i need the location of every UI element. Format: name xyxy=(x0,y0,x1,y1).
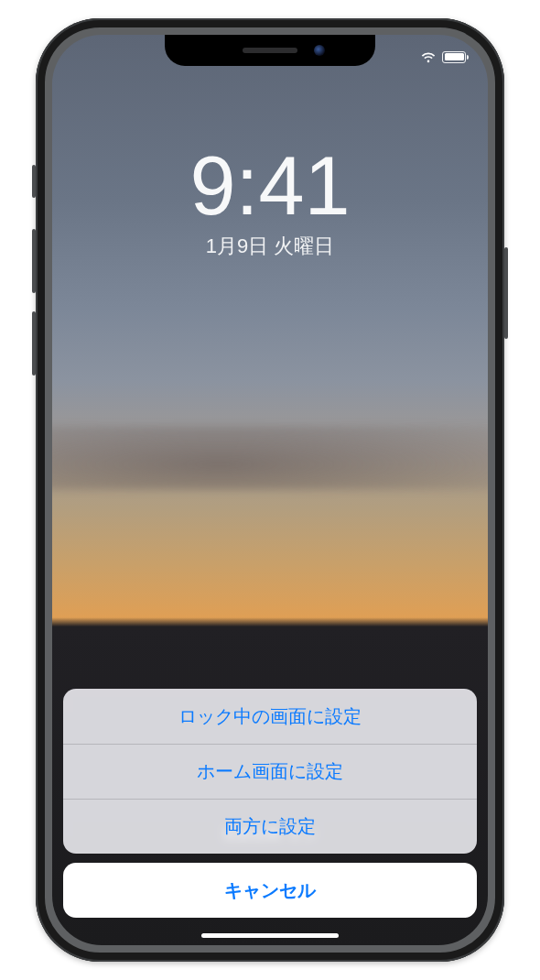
mute-switch xyxy=(32,165,36,198)
lock-time: 9:41 xyxy=(52,145,488,227)
action-label: 両方に設定 xyxy=(224,814,316,839)
action-label: ロック中の画面に設定 xyxy=(178,704,362,729)
device-frame: 9:41 1月9日 火曜日 視差効果: オン ロック中の画面に設定 ホーム画面に… xyxy=(36,18,504,962)
screen: 9:41 1月9日 火曜日 視差効果: オン ロック中の画面に設定 ホーム画面に… xyxy=(52,35,488,945)
set-home-screen-button[interactable]: ホーム画面に設定 xyxy=(63,744,477,799)
cancel-label: キャンセル xyxy=(224,878,316,903)
wallpaper-cloud xyxy=(52,426,488,490)
set-both-button[interactable]: 両方に設定 xyxy=(63,799,477,854)
side-button xyxy=(504,247,508,339)
lock-date: 1月9日 火曜日 xyxy=(52,233,488,260)
action-sheet-options: ロック中の画面に設定 ホーム画面に設定 両方に設定 xyxy=(63,689,477,854)
home-indicator[interactable] xyxy=(201,933,339,938)
set-lock-screen-button[interactable]: ロック中の画面に設定 xyxy=(63,689,477,744)
cancel-button[interactable]: キャンセル xyxy=(63,863,477,918)
action-label: ホーム画面に設定 xyxy=(197,759,343,784)
volume-up-button xyxy=(32,229,36,293)
lock-clock: 9:41 1月9日 火曜日 xyxy=(52,145,488,260)
volume-down-button xyxy=(32,311,36,376)
action-sheet: ロック中の画面に設定 ホーム画面に設定 両方に設定 キャンセル xyxy=(63,689,477,918)
battery-icon xyxy=(442,51,466,63)
status-bar xyxy=(52,46,488,68)
wifi-icon xyxy=(420,51,437,63)
